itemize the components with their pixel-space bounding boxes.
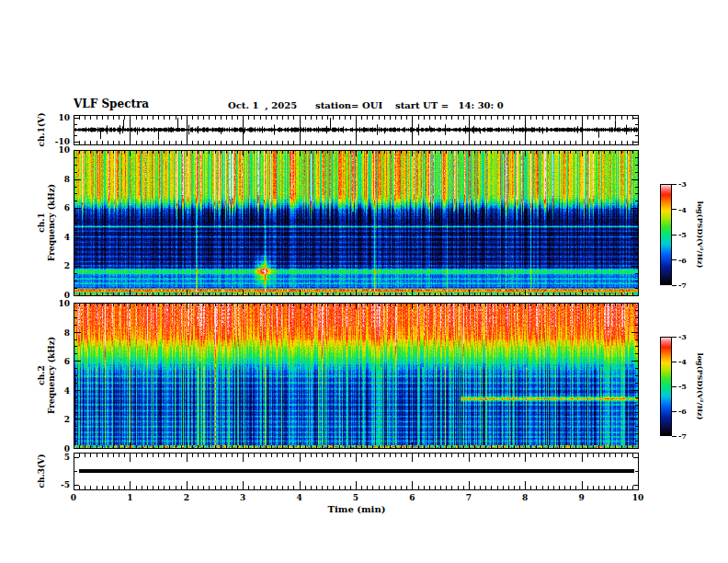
x-axis-tick-label: 9: [578, 493, 584, 502]
colorbar-tick: [672, 386, 677, 387]
colorbar-1-title: log(PSD)(V²/Hz): [696, 201, 705, 269]
colorbar-tick-label: -5: [678, 382, 687, 391]
ch2-freq-tick-label: 6: [40, 357, 70, 366]
vlf-spectra-figure: VLF Spectra Oct. 1 , 2025 station= OUI s…: [0, 0, 728, 563]
colorbar-tick: [672, 436, 677, 437]
x-axis-tick-label: 0: [71, 493, 76, 502]
x-axis-tick-label: 1: [127, 493, 132, 502]
colorbar-tick-label: -7: [678, 431, 687, 441]
ch3v-tick-label: -5: [40, 480, 70, 489]
colorbar-tick-label: -4: [678, 357, 687, 366]
figure-start-ut: start UT = 14: 30: 0: [395, 100, 504, 110]
ch2-freq-tick-label: 4: [40, 386, 70, 396]
ch3v-tick-label: 5: [40, 453, 70, 462]
ch2-freq-tick-label: 2: [40, 415, 70, 424]
ch1v-tick-label: 10: [40, 113, 70, 122]
x-axis-tick-label: 4: [296, 493, 301, 502]
x-axis-tick-label: 7: [466, 493, 472, 502]
colorbar-tick-label: -3: [678, 179, 687, 189]
ch1-frequency-axis-label-line1: ch.1: [37, 184, 47, 261]
figure-date: Oct. 1 , 2025: [228, 100, 297, 110]
colorbar-tick: [672, 259, 677, 260]
ch1-frequency-axis-label: ch.1 Frequency (kHz): [37, 184, 58, 261]
ch2-frequency-axis-label-line1: ch.2: [37, 337, 47, 414]
colorbar-tick: [672, 411, 677, 412]
figure-station: station= OUI: [315, 100, 382, 110]
colorbar-tick: [672, 235, 677, 236]
ch1-freq-tick-label: 8: [40, 175, 70, 184]
colorbar-tick: [672, 362, 677, 362]
ch2-frequency-axis-label-line2: Frequency (kHz): [47, 337, 57, 414]
ch1v-tick-label: -10: [40, 137, 70, 146]
ch1-spectrogram-canvas: [74, 150, 639, 296]
colorbar-1-gradient: [660, 184, 672, 285]
x-axis-tick-label: 10: [632, 493, 644, 502]
colorbar-tick-label: -3: [678, 332, 687, 341]
time-axis-label: Time (min): [328, 504, 386, 514]
ch2-spectrogram-canvas: [74, 303, 639, 449]
ch2-frequency-axis-label: ch.2 Frequency (kHz): [37, 337, 58, 414]
x-axis-tick-label: 5: [353, 493, 358, 502]
colorbar-tick-label: -4: [678, 205, 687, 214]
colorbar-2-gradient: [660, 337, 672, 436]
figure-title: VLF Spectra: [74, 98, 149, 110]
colorbar-tick: [672, 184, 677, 185]
ch1-freq-tick-label: 4: [40, 233, 70, 242]
ch1-frequency-axis-label-line2: Frequency (kHz): [47, 184, 57, 261]
colorbar-tick-label: -5: [678, 230, 687, 239]
x-axis-tick-label: 6: [409, 493, 415, 502]
ch1-waveform-canvas: [74, 115, 639, 145]
colorbar-tick: [672, 337, 677, 338]
colorbar-tick-label: -7: [678, 281, 687, 290]
ch1-freq-tick-label: 2: [40, 261, 70, 270]
colorbar-tick-label: -6: [678, 256, 687, 265]
colorbar-2-title: log(PSD)(V²/Hz): [696, 353, 705, 420]
x-axis-tick-label: 3: [240, 493, 245, 502]
ch1-freq-tick-label: 10: [40, 145, 70, 155]
ch2-freq-tick-label: 8: [40, 328, 70, 338]
ch2-freq-tick-label: 10: [40, 299, 70, 308]
x-axis-tick-label: 8: [522, 493, 528, 502]
ch1-freq-tick-label: 6: [40, 203, 70, 213]
colorbar-tick-label: -6: [678, 407, 687, 416]
x-axis-tick-label: 2: [184, 493, 189, 502]
colorbar-tick: [672, 209, 677, 210]
colorbar-tick: [672, 285, 677, 286]
ch3-waveform-canvas: [74, 453, 639, 490]
